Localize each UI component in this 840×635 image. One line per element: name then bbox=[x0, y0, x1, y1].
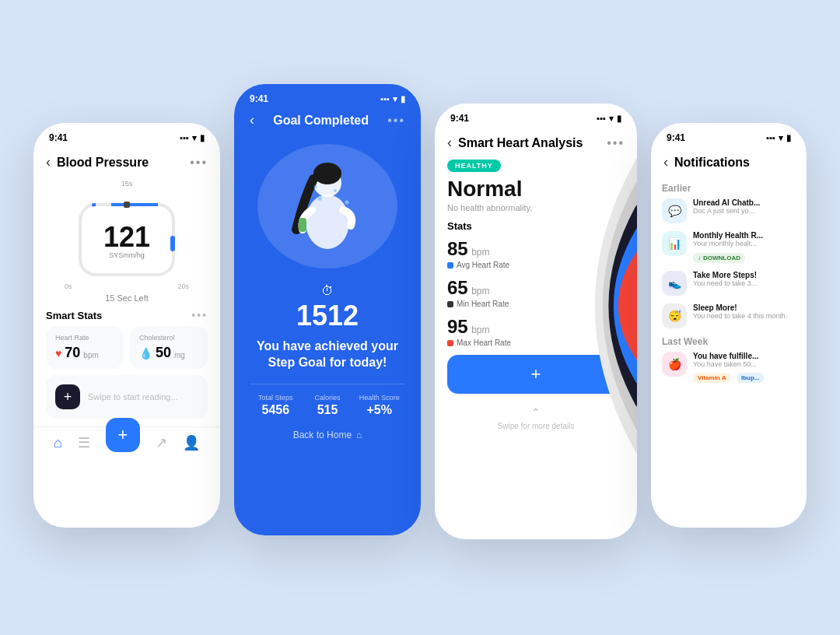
smart-stats-more[interactable]: ••• bbox=[191, 309, 208, 321]
battery-icon-3: ▮ bbox=[617, 114, 621, 124]
svg-rect-3 bbox=[170, 236, 175, 251]
gauge-timer: 15 Sec Left bbox=[105, 293, 149, 303]
cholesterol-card: Cholesterol 💧 50 mg bbox=[130, 326, 208, 369]
svg-point-6 bbox=[313, 163, 341, 184]
min-heart-bpm: bpm bbox=[471, 286, 489, 296]
notif-text-monthly: Monthly Health R... Your monthly healt..… bbox=[693, 231, 796, 263]
notif-text-sleep: Sleep More! You need to take 4 this mont… bbox=[693, 303, 796, 321]
cholesterol-label: Cholesterol bbox=[139, 334, 198, 342]
status-icons-3: ▪▪▪ ▾ ▮ bbox=[597, 114, 621, 124]
notif-item-sleep[interactable]: 😴 Sleep More! You need to take 4 this mo… bbox=[662, 303, 796, 328]
download-label: DOWNLOAD bbox=[703, 254, 740, 261]
avg-heart-bpm: bpm bbox=[471, 247, 489, 258]
stat-health-score: Health Score +5% bbox=[353, 394, 405, 417]
phone1-content: 15s 121 SYSmm/hg 0s bbox=[33, 180, 220, 419]
time-2: 9:41 bbox=[250, 93, 268, 104]
notif-title-fulfilled: You have fulfille... bbox=[693, 352, 796, 360]
notif-item-chatbot[interactable]: 💬 Unread AI Chatb... Doc A just sent yo.… bbox=[662, 198, 796, 223]
calories-value: 515 bbox=[302, 403, 354, 417]
max-heart-dot bbox=[447, 340, 453, 346]
stat-total-steps: Total Steps 5456 bbox=[250, 394, 302, 417]
notif-tags: Vitamin A Ibup... bbox=[693, 369, 796, 383]
doc-nav-icon[interactable]: ☰ bbox=[78, 434, 90, 451]
chart-nav-icon[interactable]: ↗ bbox=[156, 434, 167, 451]
page-title-4: Notifications bbox=[674, 156, 750, 170]
nav-left-3: ‹ Smart Heart Analysis bbox=[447, 135, 583, 151]
back-button-4[interactable]: ‹ bbox=[663, 154, 668, 170]
status-bar-1: 9:41 ▪▪▪ ▾ ▮ bbox=[33, 123, 220, 148]
back-home-button[interactable]: Back to Home ⌂ bbox=[293, 430, 362, 440]
back-button-3[interactable]: ‹ bbox=[447, 135, 452, 151]
heart-icon: ♥ bbox=[55, 347, 61, 360]
stats-strip: Total Steps 5456 Calories 515 Health Sco… bbox=[250, 384, 405, 417]
fulfilled-icon: 🍎 bbox=[668, 358, 681, 370]
person-nav-icon[interactable]: 👤 bbox=[183, 434, 200, 451]
fab-button[interactable]: + bbox=[106, 418, 140, 452]
bottom-nav-1: ⌂ ☰ + ↗ 👤 bbox=[33, 426, 220, 461]
gauge-unit: SYSmm/hg bbox=[103, 251, 150, 259]
wifi-icon-2: ▾ bbox=[393, 94, 397, 104]
stats-row: Heart Rate ♥ 70 bpm Cholesterol 💧 50 mg bbox=[46, 326, 208, 369]
steps-icon: ⏱ bbox=[296, 284, 359, 298]
notif-icon-fulfilled: 🍎 bbox=[662, 352, 687, 377]
total-steps-value: 5456 bbox=[250, 403, 302, 417]
phone2-nav: ‹ Goal Completed ••• bbox=[250, 109, 405, 136]
status-bar-4: 9:41 ▪▪▪ ▾ ▮ bbox=[651, 123, 807, 148]
steps-display: ⏱ 1512 bbox=[296, 284, 359, 332]
cholesterol-icon: 💧 bbox=[139, 347, 152, 360]
max-heart-value: 95 bbox=[447, 316, 468, 337]
phone4-content: Earlier 💬 Unread AI Chatb... Doc A just … bbox=[651, 183, 807, 383]
avg-heart-value: 85 bbox=[447, 238, 468, 259]
arc-svg bbox=[551, 150, 637, 461]
back-home-label: Back to Home bbox=[293, 430, 352, 440]
time-1: 9:41 bbox=[49, 132, 68, 143]
svg-rect-7 bbox=[299, 218, 306, 232]
cholesterol-unit: mg bbox=[174, 351, 185, 360]
wifi-icon-4: ▾ bbox=[779, 133, 783, 143]
gauge-center: 121 SYSmm/hg bbox=[103, 223, 150, 259]
more-button-1[interactable]: ••• bbox=[190, 156, 208, 170]
notif-icon-steps: 👟 bbox=[662, 271, 687, 296]
total-steps-label: Total Steps bbox=[250, 394, 302, 402]
healthy-badge: HEALTHY bbox=[447, 160, 501, 172]
home-nav-icon[interactable]: ⌂ bbox=[54, 435, 62, 451]
notif-sub-monthly: Your monthly healt... bbox=[693, 240, 796, 249]
notif-item-monthly[interactable]: 📊 Monthly Health R... Your monthly healt… bbox=[662, 231, 796, 263]
svg-point-9 bbox=[334, 189, 337, 192]
status-icons-4: ▪▪▪ ▾ ▮ bbox=[766, 133, 791, 143]
chatbot-icon: 💬 bbox=[668, 205, 681, 217]
nav-bar-1: ‹ Blood Pressure ••• bbox=[33, 148, 220, 177]
signal-icon-3: ▪▪▪ bbox=[597, 114, 606, 123]
min-heart-label: Min Heart Rate bbox=[457, 300, 509, 308]
signal-icon: ▪▪▪ bbox=[180, 133, 189, 142]
back-button-1[interactable]: ‹ bbox=[46, 154, 51, 170]
notif-title-chatbot: Unread AI Chatb... bbox=[693, 198, 796, 207]
person-illustration bbox=[257, 136, 397, 276]
arc-decoration bbox=[551, 150, 637, 461]
add-reading-row: + Swipe to start reading... bbox=[46, 375, 208, 419]
heart-rate-label: Heart Rate bbox=[55, 334, 114, 342]
more-button-2[interactable]: ••• bbox=[387, 114, 405, 128]
time-4: 9:41 bbox=[667, 132, 685, 143]
notif-text-steps: Take More Steps! You need to take 3... bbox=[693, 271, 796, 289]
gauge-scale-top: 15s bbox=[121, 180, 133, 188]
notif-sub-chatbot: Doc A just sent yo... bbox=[693, 207, 796, 216]
svg-point-11 bbox=[314, 185, 317, 188]
notif-icon-chatbot: 💬 bbox=[662, 198, 687, 223]
swipe-chevron-icon: ⌃ bbox=[531, 406, 541, 419]
add-reading-button[interactable]: + bbox=[55, 384, 80, 409]
nav-left-4: ‹ Notifications bbox=[663, 154, 750, 170]
notif-item-fulfilled[interactable]: 🍎 You have fulfille... You have taken 50… bbox=[662, 352, 796, 384]
smart-stats-title: Smart Stats bbox=[46, 310, 102, 321]
more-button-3[interactable]: ••• bbox=[607, 136, 625, 150]
gauge-wrapper: 121 SYSmm/hg bbox=[65, 189, 189, 282]
wifi-icon: ▾ bbox=[192, 133, 197, 143]
max-heart-label: Max Heart Rate bbox=[457, 339, 511, 347]
phone-goal-completed: 9:41 ▪▪▪ ▾ ▮ ‹ Goal Completed ••• bbox=[234, 84, 421, 535]
max-heart-bpm: bpm bbox=[471, 325, 489, 335]
notif-item-steps[interactable]: 👟 Take More Steps! You need to take 3... bbox=[662, 271, 796, 296]
notif-text-fulfilled: You have fulfille... You have taken 50..… bbox=[693, 352, 796, 384]
download-badge[interactable]: ↓ DOWNLOAD bbox=[693, 253, 745, 263]
sleep-icon: 😴 bbox=[668, 310, 681, 322]
back-button-2[interactable]: ‹ bbox=[250, 112, 254, 128]
